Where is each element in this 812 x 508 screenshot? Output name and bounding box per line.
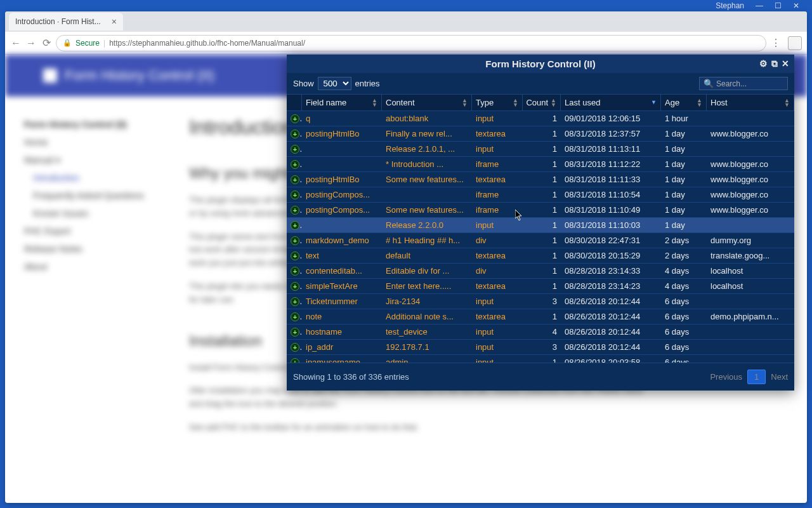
cell-content: admin (382, 355, 472, 363)
plus-icon: + (291, 343, 299, 352)
expand-button[interactable]: + (287, 233, 302, 248)
prev-button[interactable]: Previous (710, 372, 742, 382)
table-row[interactable]: +hostnametest_deviceinput408/26/2018 20:… (287, 324, 794, 340)
url-text: https://stephanmahieu.github.io/fhc-home… (109, 39, 305, 48)
col-age[interactable]: Age▲▼ (661, 95, 707, 110)
cell-lastused: 08/31/2018 11:10:03 (561, 218, 661, 232)
close-tab-icon[interactable]: × (112, 17, 117, 27)
browser-tab[interactable]: Introduction · Form Hist... × (9, 13, 123, 30)
plus-icon: + (291, 267, 299, 276)
table-row[interactable]: +postingHtmlBoFinally a new rel...textar… (287, 126, 794, 142)
expand-button[interactable]: + (287, 279, 302, 293)
cell-host: dummy.org (707, 233, 794, 248)
reload-icon[interactable]: ⟳ (41, 37, 52, 49)
expand-button[interactable]: + (287, 324, 302, 339)
cell-count: 1 (523, 126, 561, 141)
expand-button[interactable]: + (287, 340, 302, 354)
pagination: Previous 1 Next (710, 370, 788, 384)
table-row[interactable]: +simpleTextAreEnter text here.....textar… (287, 279, 794, 294)
cell-lastused: 08/28/2018 23:14:33 (561, 264, 661, 278)
table-row[interactable]: +* Introduction ...iframe108/31/2018 11:… (287, 157, 794, 172)
table-row[interactable]: +postingHtmlBoSome new features...textar… (287, 172, 794, 187)
expand-button[interactable]: + (287, 309, 302, 324)
cell-host (707, 142, 794, 156)
expand-button[interactable]: + (287, 157, 302, 171)
expand-button[interactable]: + (287, 172, 302, 187)
cell-type: iframe (472, 187, 523, 202)
cell-lastused: 08/26/2018 20:12:44 (561, 309, 661, 324)
table-row[interactable]: +contenteditab...Editable div for ...div… (287, 264, 794, 279)
cell-count: 1 (523, 264, 561, 278)
plus-icon: + (291, 145, 299, 154)
table-row[interactable]: +Release 2.1.0.1, ...input108/31/2018 11… (287, 142, 794, 157)
table-row[interactable]: +Release 2.2.0.0input108/31/2018 11:10:0… (287, 218, 794, 233)
col-host[interactable]: Host▲▼ (707, 95, 794, 110)
cell-content: Enter text here..... (382, 279, 472, 293)
extension-icon[interactable] (788, 36, 802, 50)
col-lastused[interactable]: Last used▼ (561, 95, 661, 110)
expand-button[interactable]: + (287, 264, 302, 278)
plus-icon: + (291, 251, 299, 260)
search-input[interactable] (716, 79, 783, 88)
entries-label: entries (355, 79, 380, 88)
cell-fieldname (302, 142, 382, 156)
expand-button[interactable]: + (287, 203, 302, 217)
cell-fieldname: postingHtmlBo (302, 126, 382, 141)
cell-type: input (472, 218, 523, 232)
expand-button[interactable]: + (287, 187, 302, 202)
cell-age: 1 day (661, 218, 707, 232)
cell-age: 1 hour (661, 111, 707, 126)
expand-button[interactable]: + (287, 248, 302, 263)
search-box[interactable]: 🔍 (699, 77, 788, 90)
page-size-select[interactable]: 500 (318, 77, 351, 90)
table-row[interactable]: +qabout:blankinput109/01/2018 12:06:151 … (287, 111, 794, 126)
table-row[interactable]: +noteAdditional note s...textarea108/26/… (287, 309, 794, 324)
table-row[interactable]: +ipamusernameadmininput108/26/2018 20:03… (287, 355, 794, 363)
plus-icon: + (291, 130, 299, 138)
table-row[interactable]: +postingCompos...iframe108/31/2018 11:10… (287, 187, 794, 203)
cell-age: 6 days (661, 355, 707, 363)
cell-count: 4 (523, 324, 561, 339)
cell-fieldname: hostname (302, 324, 382, 339)
cell-fieldname: postingCompos... (302, 203, 382, 217)
cell-lastused: 08/31/2018 11:10:49 (561, 203, 661, 217)
menu-icon[interactable]: ⋮ (770, 37, 782, 49)
table-row[interactable]: +markdown_demo# h1 Heading ## h...div108… (287, 233, 794, 248)
table-row[interactable]: +textdefaulttextarea108/30/2018 20:15:29… (287, 248, 794, 264)
cell-lastused: 08/26/2018 20:12:44 (561, 340, 661, 354)
next-button[interactable]: Next (771, 372, 788, 382)
cell-host: www.blogger.co (707, 126, 794, 141)
plus-icon: + (291, 297, 299, 306)
cell-content: Jira-2134 (382, 294, 472, 309)
expand-button[interactable]: + (287, 294, 302, 309)
expand-button[interactable]: + (287, 355, 302, 363)
col-content[interactable]: Content▲▼ (382, 95, 472, 110)
popout-icon[interactable]: ⧉ (771, 58, 778, 69)
url-field[interactable]: 🔒 Secure | https://stephanmahieu.github.… (56, 35, 766, 51)
cell-fieldname: simpleTextAre (302, 279, 382, 293)
col-type[interactable]: Type▲▼ (472, 95, 523, 110)
col-count[interactable]: Count▲▼ (523, 95, 561, 110)
col-fieldname[interactable]: Field name▲▼ (302, 95, 382, 110)
cell-host (707, 218, 794, 232)
cell-type: iframe (472, 203, 523, 217)
back-icon[interactable]: ← (10, 37, 22, 49)
side-nav: Form History Control (II) Home Manual ▾ … (24, 116, 170, 444)
settings-icon[interactable]: ⚙ (759, 58, 768, 69)
cell-type: textarea (472, 279, 523, 293)
expand-button[interactable]: + (287, 126, 302, 141)
table-row[interactable]: +TicketnummerJira-2134input308/26/2018 2… (287, 294, 794, 309)
expand-button[interactable]: + (287, 142, 302, 156)
cell-type: input (472, 340, 523, 354)
lock-icon: 🔒 (63, 39, 72, 47)
expand-button[interactable]: + (287, 111, 302, 126)
table-row[interactable]: +postingCompos...Some new features...ifr… (287, 203, 794, 218)
forward-icon[interactable]: → (25, 37, 37, 49)
table-header: Field name▲▼ Content▲▼ Type▲▼ Count▲▼ La… (287, 94, 794, 111)
close-icon[interactable]: ✕ (782, 58, 789, 69)
table-row[interactable]: +ip_addr192.178.7.1input308/26/2018 20:1… (287, 340, 794, 355)
expand-button[interactable]: + (287, 218, 302, 232)
cell-content: test_device (382, 324, 472, 339)
page-number[interactable]: 1 (747, 370, 766, 384)
cell-age: 6 days (661, 309, 707, 324)
